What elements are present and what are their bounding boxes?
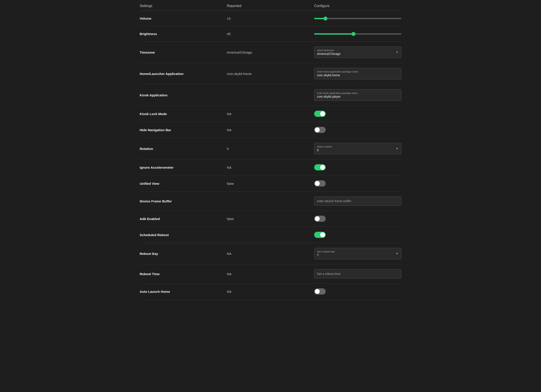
configure-cell-auto_launch_home <box>314 288 401 295</box>
setting-label-hide_nav_bar: Hide Navigation Bar <box>140 128 227 132</box>
select-arrow-rotation: ▼ <box>396 147 398 150</box>
reported-text-rotation: 0 <box>227 147 229 151</box>
reported-text-kiosk_lock_mode: NA <box>227 112 231 116</box>
reported-header: Reported <box>227 4 314 8</box>
setting-label-scheduled_reboot: Scheduled Reboot <box>140 233 227 237</box>
settings-container: Settings Reported Configure Volume13Brig… <box>135 0 406 300</box>
slider-thumb-volume[interactable] <box>323 16 328 20</box>
toggle-ignore_accelerometer[interactable]: ✓ <box>314 164 326 170</box>
configure-cell-hide_nav_bar <box>314 127 401 133</box>
toggle-auto_launch_home[interactable] <box>314 288 326 295</box>
select-box-reboot_day[interactable]: Set a reboot day7▼ <box>314 248 401 259</box>
label-text-adb_enabled: Adb Enabled <box>140 217 160 221</box>
configure-cell-ignore_accelerometer: ✓ <box>314 164 401 170</box>
slider-fill-brightness <box>314 33 354 35</box>
reported-text-reboot_day: NA <box>227 252 231 255</box>
toggle-kiosk_lock_mode[interactable]: ✓ <box>314 111 326 117</box>
setting-label-ignore_accelerometer: Ignore Accelerometer <box>140 166 227 169</box>
label-text-hide_nav_bar: Hide Navigation Bar <box>140 128 171 132</box>
input-placeholder-kiosk_application: enter kiosk application package name <box>317 92 398 94</box>
label-text-timezone: Timezone <box>140 51 155 54</box>
select-container-reboot_day[interactable]: Set a reboot day7▼ <box>314 248 401 259</box>
toggle-hide_nav_bar[interactable] <box>314 127 326 133</box>
select-arrow-timezone: ▼ <box>396 51 398 54</box>
select-label-timezone: select timezone <box>317 49 393 51</box>
reported-value-hide_nav_bar: NA <box>227 128 314 132</box>
reported-text-hide_nav_bar: NA <box>227 128 231 132</box>
table-row: Volume13 <box>140 11 401 26</box>
reported-text-ignore_accelerometer: NA <box>227 166 231 169</box>
label-text-device_frame_buffer: Device Frame Buffer <box>140 199 172 203</box>
setting-label-device_frame_buffer: Device Frame Buffer <box>140 199 227 203</box>
table-row: Ignore AccelerometerNA✓ <box>140 159 401 175</box>
label-text-rotation: Rotation <box>140 147 153 151</box>
configure-cell-kiosk_application: enter kiosk application package namecom.… <box>314 89 401 101</box>
input-box-kiosk_application[interactable]: enter kiosk application package namecom.… <box>314 89 401 101</box>
table-row: Reboot TimeNASet a reboot time <box>140 264 401 284</box>
input-placeholder-home_launcher: enter home application package name <box>317 70 398 73</box>
toggle-check-scheduled_reboot: ✓ <box>322 233 324 236</box>
setting-label-unified_view: Unified View <box>140 182 227 185</box>
configure-cell-kiosk_lock_mode: ✓ <box>314 111 401 117</box>
reported-text-timezone: America/Chicago <box>227 51 252 54</box>
setting-label-kiosk_application: Kiosk Application <box>140 93 227 97</box>
select-box-rotation[interactable]: select rotation0▼ <box>314 143 401 154</box>
label-text-reboot_day: Reboot Day <box>140 252 158 255</box>
slider-thumb-brightness[interactable] <box>351 32 355 36</box>
reported-value-rotation: 0 <box>227 147 314 151</box>
table-row: TimezoneAmerica/Chicagoselect timezoneAm… <box>140 42 401 63</box>
toggle-adb_enabled[interactable] <box>314 216 326 222</box>
table-row: Rotation0select rotation0▼ <box>140 138 401 159</box>
settings-header: Settings <box>140 4 227 8</box>
label-text-volume: Volume <box>140 16 151 20</box>
reported-text-unified_view: false <box>227 182 234 185</box>
input-value-kiosk_application: com.skykit.player <box>317 95 398 98</box>
toggle-check-ignore_accelerometer: ✓ <box>322 166 324 169</box>
reported-text-brightness: 45 <box>227 32 231 36</box>
select-container-timezone[interactable]: select timezoneAmerica/Chicago▼ <box>314 46 401 58</box>
select-container-rotation[interactable]: select rotation0▼ <box>314 143 401 154</box>
reported-text-home_launcher: com.skykit.home <box>227 72 251 76</box>
select-box-timezone[interactable]: select timezoneAmerica/Chicago▼ <box>314 46 401 58</box>
input-container-kiosk_application[interactable]: enter kiosk application package namecom.… <box>314 89 401 101</box>
input-container-home_launcher[interactable]: enter home application package namecom.s… <box>314 68 401 79</box>
reported-text-auto_launch_home: NA <box>227 290 231 293</box>
label-text-home_launcher: Home/Launcher Application <box>140 72 184 76</box>
settings-rows: Volume13Brightness45TimezoneAmerica/Chic… <box>140 11 401 300</box>
input-box-home_launcher[interactable]: enter home application package namecom.s… <box>314 68 401 79</box>
configure-header: Configure <box>314 4 401 8</box>
reported-value-brightness: 45 <box>227 32 314 36</box>
toggle-unified_view[interactable] <box>314 180 326 187</box>
reported-value-home_launcher: com.skykit.home <box>227 72 314 76</box>
table-row: Auto Launch HomeNA <box>140 284 401 300</box>
configure-cell-timezone: select timezoneAmerica/Chicago▼ <box>314 46 401 58</box>
slider-track-brightness <box>314 33 401 35</box>
input-value-home_launcher: com.skykit.home <box>317 73 398 77</box>
table-row: Kiosk Lock ModeNA✓ <box>140 106 401 122</box>
slider-volume[interactable] <box>314 16 401 21</box>
reported-text-adb_enabled: false <box>227 217 234 221</box>
reported-value-volume: 13 <box>227 16 314 20</box>
setting-label-rotation: Rotation <box>140 147 227 151</box>
table-row: Adb Enabledfalse <box>140 211 401 227</box>
reported-value-kiosk_lock_mode: NA <box>227 112 314 116</box>
reported-value-adb_enabled: false <box>227 217 314 221</box>
select-value-reboot_day: 7 <box>317 253 393 257</box>
label-text-kiosk_application: Kiosk Application <box>140 93 167 97</box>
table-row: Kiosk Applicationenter kiosk application… <box>140 84 401 106</box>
slider-brightness[interactable] <box>314 32 401 36</box>
setting-label-kiosk_lock_mode: Kiosk Lock Mode <box>140 112 227 116</box>
setting-label-timezone: Timezone <box>140 51 227 54</box>
configure-cell-unified_view <box>314 180 401 187</box>
input-single-reboot_time[interactable]: Set a reboot time <box>314 269 401 279</box>
configure-cell-device_frame_buffer: enter device frame buffer <box>314 196 401 206</box>
input-single-device_frame_buffer[interactable]: enter device frame buffer <box>314 196 401 206</box>
select-value-rotation: 0 <box>317 148 393 152</box>
table-row: Brightness45 <box>140 26 401 42</box>
toggle-scheduled_reboot[interactable]: ✓ <box>314 232 326 238</box>
table-row: Reboot DayNASet a reboot day7▼ <box>140 243 401 264</box>
label-text-unified_view: Unified View <box>140 182 159 185</box>
reported-value-timezone: America/Chicago <box>227 51 314 54</box>
setting-label-home_launcher: Home/Launcher Application <box>140 72 227 76</box>
reported-value-reboot_time: NA <box>227 272 314 276</box>
